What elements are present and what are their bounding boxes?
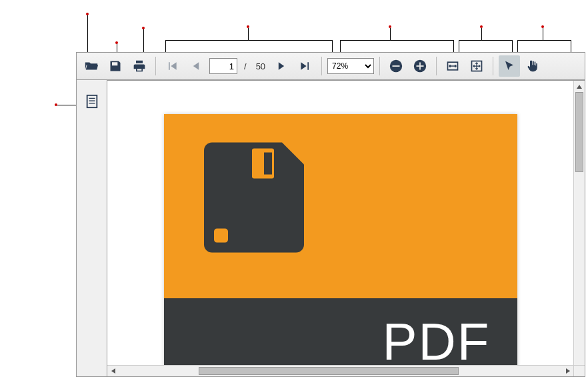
fit-page-button[interactable] bbox=[466, 55, 487, 77]
svg-rect-4 bbox=[419, 63, 421, 70]
scroll-up-arrow[interactable] bbox=[574, 81, 585, 92]
svg-rect-12 bbox=[264, 153, 272, 175]
callout-line bbox=[517, 40, 518, 52]
callout-line bbox=[248, 28, 249, 40]
next-page-icon bbox=[275, 59, 288, 73]
first-page-button[interactable] bbox=[161, 55, 183, 77]
pdf-label: PDF bbox=[383, 312, 491, 372]
callout-line bbox=[117, 44, 117, 52]
fit-page-icon bbox=[470, 59, 483, 73]
svg-rect-13 bbox=[214, 229, 228, 243]
callout-line bbox=[459, 40, 512, 41]
callout-line bbox=[340, 40, 453, 41]
scrollbar-corner bbox=[573, 365, 585, 376]
vertical-scrollbar[interactable] bbox=[573, 81, 585, 365]
callout-line bbox=[571, 40, 571, 52]
callout-line bbox=[453, 40, 454, 52]
callout-line bbox=[543, 28, 543, 40]
callout-line bbox=[143, 29, 144, 52]
thumbnails-panel-icon bbox=[85, 94, 99, 109]
total-pages-label: 50 bbox=[256, 61, 265, 71]
document-viewport: PDF bbox=[107, 80, 585, 377]
save-button[interactable] bbox=[105, 55, 126, 77]
horizontal-scroll-thumb[interactable] bbox=[199, 367, 459, 375]
separator bbox=[379, 57, 380, 75]
callout-line bbox=[481, 28, 482, 40]
hand-tool-button[interactable] bbox=[523, 55, 544, 77]
zoom-select[interactable]: 72% bbox=[327, 58, 374, 74]
callout-line bbox=[459, 40, 459, 52]
last-page-icon bbox=[299, 59, 312, 73]
prev-page-button[interactable] bbox=[185, 55, 207, 77]
open-button[interactable] bbox=[81, 55, 102, 77]
pdf-page: PDF bbox=[164, 114, 517, 377]
callout-line bbox=[165, 40, 166, 52]
callout-line bbox=[57, 105, 76, 105]
zoom-out-button[interactable] bbox=[385, 55, 407, 77]
separator bbox=[493, 57, 493, 75]
vertical-scroll-thumb[interactable] bbox=[575, 92, 583, 172]
print-button[interactable] bbox=[129, 55, 150, 77]
save-icon bbox=[109, 59, 122, 73]
pointer-tool-icon bbox=[503, 60, 515, 72]
separator bbox=[155, 57, 156, 75]
thumbnails-panel-button[interactable] bbox=[81, 91, 103, 112]
callout-line bbox=[390, 28, 391, 40]
current-page-input[interactable] bbox=[209, 58, 237, 74]
open-folder-icon bbox=[84, 59, 99, 73]
callout-line bbox=[340, 40, 341, 52]
callout-line bbox=[512, 40, 513, 52]
fit-width-icon bbox=[446, 59, 459, 73]
zoom-out-icon bbox=[389, 59, 403, 73]
print-icon bbox=[133, 59, 146, 73]
sidebar bbox=[76, 80, 107, 377]
toolbar: / 50 72% bbox=[76, 52, 585, 80]
floppy-disk-graphic bbox=[204, 141, 304, 254]
next-page-button[interactable] bbox=[271, 55, 292, 77]
prev-page-icon bbox=[189, 59, 203, 73]
svg-rect-1 bbox=[393, 65, 400, 67]
fit-width-button[interactable] bbox=[442, 55, 463, 77]
horizontal-scroll-track[interactable] bbox=[119, 366, 562, 376]
svg-rect-7 bbox=[87, 95, 97, 107]
callout-line bbox=[517, 40, 571, 41]
zoom-in-icon bbox=[413, 59, 427, 73]
zoom-in-button[interactable] bbox=[409, 55, 431, 77]
horizontal-scrollbar[interactable] bbox=[107, 365, 573, 376]
document-canvas[interactable]: PDF bbox=[107, 81, 573, 365]
callout-line bbox=[332, 40, 333, 52]
separator bbox=[321, 57, 322, 75]
pdf-cover-top bbox=[164, 114, 517, 298]
callout-line bbox=[87, 15, 88, 52]
last-page-button[interactable] bbox=[295, 55, 316, 77]
hand-tool-icon bbox=[527, 59, 540, 73]
callout-line bbox=[165, 40, 332, 41]
scroll-left-arrow[interactable] bbox=[107, 366, 119, 376]
page-separator: / bbox=[244, 61, 247, 71]
pointer-tool-button[interactable] bbox=[499, 55, 520, 77]
scroll-right-arrow[interactable] bbox=[562, 366, 573, 376]
first-page-icon bbox=[165, 59, 179, 73]
separator bbox=[436, 57, 437, 75]
